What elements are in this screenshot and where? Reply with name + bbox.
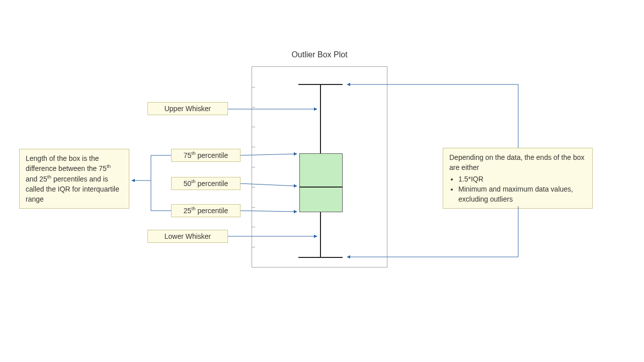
note-ends-bullet1: 1.5*IQR <box>458 174 586 184</box>
note-iqr-seg2: and 25 <box>26 175 47 183</box>
note-iqr-sup1: th <box>107 164 111 169</box>
label-p25-pre: 25 <box>184 207 192 215</box>
label-p25: 25th percentile <box>171 204 240 217</box>
note-iqr-seg1: Length of the box is the difference betw… <box>26 154 107 172</box>
axis-ticks <box>252 67 255 267</box>
lower-whisker-cap <box>298 257 343 258</box>
label-p50-pre: 50 <box>184 179 192 188</box>
label-p25-sup: th <box>191 206 195 211</box>
label-p25-post: percentile <box>196 207 228 215</box>
boxplot-frame <box>252 66 387 267</box>
note-ends-intro: Depending on the data, the ends of the b… <box>449 152 586 173</box>
upper-whisker-stem <box>320 84 321 153</box>
note-iqr-sup2: th <box>47 174 51 179</box>
note-ends: Depending on the data, the ends of the b… <box>443 148 593 209</box>
label-p50-sup: th <box>191 178 195 184</box>
note-ends-bullet2: Minimum and maximum data values, excludi… <box>458 184 586 205</box>
label-upper-whisker: Upper Whisker <box>147 102 228 115</box>
label-lower-whisker: Lower Whisker <box>147 230 228 243</box>
median-line <box>299 187 343 188</box>
label-p75-post: percentile <box>196 151 228 159</box>
diagram-title: Outlier Box Plot <box>252 50 387 59</box>
label-p75-sup: th <box>191 150 195 156</box>
iqr-box <box>299 153 343 212</box>
label-p75: 75th percentile <box>171 149 240 162</box>
lower-whisker-stem <box>320 212 321 257</box>
label-p50-post: percentile <box>196 179 228 188</box>
label-p50: 50th percentile <box>171 177 240 190</box>
label-p75-pre: 75 <box>184 151 192 159</box>
note-iqr: Length of the box is the difference betw… <box>19 149 129 209</box>
